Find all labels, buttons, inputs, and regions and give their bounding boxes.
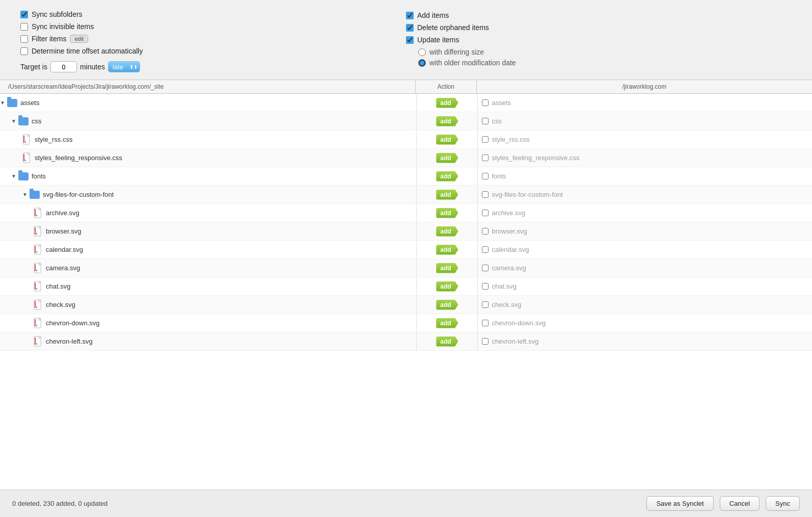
remote-file-checkbox[interactable] [482,210,489,216]
target-late-select[interactable]: late early [108,61,140,72]
file-right-cell: svg-files-for-custom-font [478,186,812,203]
add-badge: add [436,116,458,126]
remote-file-checkbox[interactable] [482,246,489,253]
file-left-cell: ▼svg-files-for-custom-font [0,186,417,203]
target-minutes-label: minutes [80,63,105,71]
delete-orphaned-checkbox[interactable] [406,24,414,32]
add-badge: add [436,337,458,347]
table-row: ▼fontsaddfonts [0,167,812,186]
target-input[interactable] [50,61,77,72]
determine-time-checkbox[interactable] [20,47,28,55]
determine-time-label: Determine time offset automatically [32,47,143,55]
file-action-cell: add [417,241,478,258]
svg-rect-1 [23,136,24,143]
remote-file-checkbox[interactable] [482,99,489,106]
svg-rect-16 [35,264,36,271]
radio-differing-size[interactable] [418,48,426,56]
remote-file-checkbox[interactable] [482,154,489,161]
svg-rect-7 [35,209,36,216]
file-action-cell: add [417,277,478,295]
file-icon [22,134,32,145]
add-items-row: Add items [406,11,792,19]
file-right-cell: camera.svg [478,259,812,277]
remote-file-checkbox[interactable] [482,173,489,179]
target-select-wrap: late early ⬆⬇ [108,61,140,72]
file-icon [34,299,43,311]
expand-triangle-icon[interactable]: ▼ [22,192,28,197]
table-row: ▼assetsaddassets [0,94,812,112]
bottom-bar: 0 deleted, 230 added, 0 updated Save as … [0,489,812,517]
remote-file-name: css [492,117,502,125]
update-items-checkbox[interactable] [406,36,414,44]
file-name: chat.svg [46,282,70,290]
file-name: chevron-left.svg [46,338,93,345]
radio-older-mod[interactable] [418,59,426,67]
options-panel: Sync subfolders Sync invisible items Fil… [0,0,812,80]
table-row: camera.svgaddcamera.svg [0,259,812,277]
svg-rect-28 [35,338,36,345]
remote-file-checkbox[interactable] [482,338,489,345]
svg-rect-19 [35,282,36,290]
add-badge: add [436,318,458,328]
options-right: Add items Delete orphaned items Update i… [406,10,792,72]
folder-icon [18,172,29,180]
remote-file-checkbox[interactable] [482,283,489,290]
sync-invisible-row: Sync invisible items [20,22,406,31]
add-badge: add [436,263,458,273]
remote-file-name: chat.svg [492,282,516,290]
file-action-cell: add [417,204,478,222]
svg-rect-29 [36,343,37,345]
remote-file-checkbox[interactable] [482,301,489,308]
add-badge: add [436,98,458,108]
folder-icon [18,117,29,125]
expand-triangle-icon[interactable]: ▼ [11,118,16,124]
file-left-cell: camera.svg [0,259,417,277]
file-right-cell: chat.svg [478,277,812,295]
add-badge: add [436,190,458,200]
remote-file-checkbox[interactable] [482,265,489,271]
save-synclet-button[interactable]: Save as Synclet [646,496,713,511]
target-label: Target is [20,63,47,71]
sync-invisible-label: Sync invisible items [32,22,94,31]
radio-differing-size-row: with differing size [418,48,792,56]
sync-button[interactable]: Sync [766,496,800,511]
file-name: archive.svg [46,209,79,217]
file-header: /Users/starscream/IdeaProjects/Jira/jira… [0,80,812,94]
filter-items-checkbox[interactable] [20,35,28,43]
file-left-cell: calendar.svg [0,241,417,258]
remote-file-checkbox[interactable] [482,191,489,198]
sync-invisible-checkbox[interactable] [20,23,28,31]
options-left: Sync subfolders Sync invisible items Fil… [20,10,406,72]
file-action-cell: add [417,149,478,167]
sync-subfolders-row: Sync subfolders [20,10,406,18]
file-name: check.svg [46,301,75,308]
add-badge: add [436,135,458,145]
sync-subfolders-checkbox[interactable] [20,11,28,18]
remote-file-checkbox[interactable] [482,228,489,235]
expand-triangle-icon[interactable]: ▼ [11,173,16,179]
file-name: calendar.svg [46,246,83,253]
filter-edit-button[interactable]: edit [70,35,88,43]
svg-rect-2 [25,141,26,143]
file-name: styles_feeling_responsive.css [35,154,122,162]
add-items-checkbox[interactable] [406,12,414,19]
file-right-cell: styles_feeling_responsive.css [478,149,812,167]
file-action-cell: add [417,259,478,277]
file-name: camera.svg [46,264,80,272]
file-name: css [32,117,42,125]
remote-file-name: browser.svg [492,227,527,235]
cancel-button[interactable]: Cancel [720,496,760,511]
svg-rect-23 [36,306,37,308]
file-left-cell: styles_feeling_responsive.css [0,149,417,167]
table-row: archive.svgaddarchive.svg [0,204,812,222]
file-list: ▼assetsaddassets▼cssaddcss style_rss.css… [0,94,812,489]
expand-triangle-icon[interactable]: ▼ [0,100,5,106]
remote-file-checkbox[interactable] [482,320,489,326]
status-text: 0 deleted, 230 added, 0 updated [12,500,107,507]
target-row: Target is minutes late early ⬆⬇ [20,61,406,72]
remote-file-checkbox[interactable] [482,136,489,143]
remote-file-name: chevron-left.svg [492,338,538,345]
remote-file-checkbox[interactable] [482,118,489,124]
file-left-cell: browser.svg [0,222,417,240]
file-right-cell: chevron-left.svg [478,332,812,350]
